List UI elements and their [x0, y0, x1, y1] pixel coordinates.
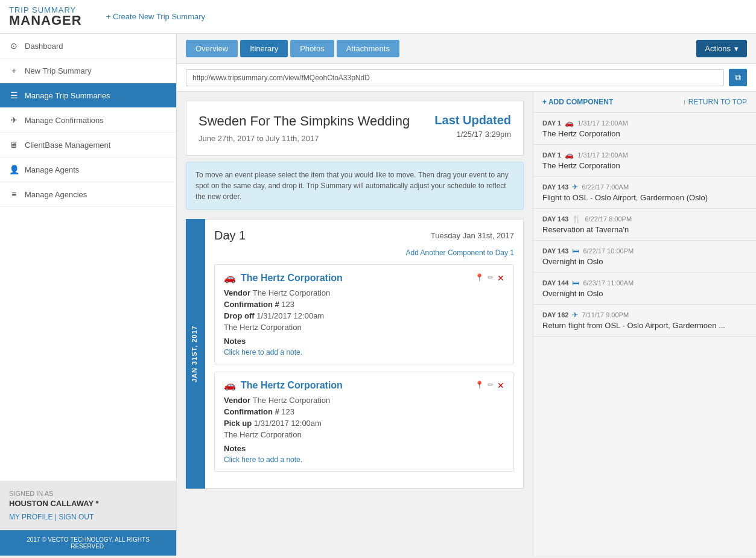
right-panel: + ADD COMPONENT ↑ RETURN TO TOP DAY 1 🚗 … — [533, 92, 756, 556]
component-title-row: 🚗 The Hertz Corporation 📍 ✏ ✕ — [224, 379, 504, 391]
component-card: 🚗 The Hertz Corporation 📍 ✏ ✕ Vendor The… — [214, 264, 514, 364]
last-updated-date: 1/25/17 3:29pm — [434, 130, 511, 139]
timeline-item[interactable]: DAY 143 ✈ 6/22/17 7:00AM Flight to OSL -… — [533, 177, 756, 209]
sign-out-link[interactable]: SIGN OUT — [59, 513, 94, 521]
add-component-button[interactable]: + ADD COMPONENT — [542, 98, 613, 106]
edit-icon[interactable]: ✏ — [488, 273, 494, 283]
tab-photos[interactable]: Photos — [290, 40, 334, 57]
car-icon: 🚗 — [224, 272, 236, 284]
trip-dates: June 27th, 2017 to July 11th, 2017 — [199, 134, 410, 143]
action-date: 1/31/2017 12:00am — [256, 311, 324, 320]
timeline-items: DAY 1 🚗 1/31/17 12:00AM The Hertz Corpor… — [533, 113, 756, 337]
add-component-day-link[interactable]: Add Another Component to Day 1 — [214, 249, 514, 257]
my-profile-link[interactable]: MY PROFILE — [9, 513, 52, 521]
timeline-item[interactable]: DAY 162 ✈ 7/11/17 9:00PM Return flight f… — [533, 305, 756, 337]
action-label: Drop off — [224, 311, 256, 320]
sidebar-item-dashboard[interactable]: ⊙ Dashboard — [0, 34, 176, 59]
right-panel-header: + ADD COMPONENT ↑ RETURN TO TOP — [533, 92, 756, 113]
trip-info: Sweden For The Simpkins Wedding June 27t… — [199, 113, 410, 143]
timeline-time: 6/22/17 10:00PM — [583, 247, 634, 255]
header: TRIP SUMMARY MANAGER + Create New Trip S… — [0, 0, 756, 34]
signed-in-name: HOUSTON CALLAWAY * — [9, 499, 167, 508]
tab-overview[interactable]: Overview — [186, 40, 238, 57]
sidebar-icon-manage-agencies: ≡ — [9, 189, 19, 199]
content-area: Sweden For The Simpkins Wedding June 27t… — [177, 92, 756, 556]
vendor-label: Vendor — [224, 288, 253, 297]
return-to-top-button[interactable]: ↑ RETURN TO TOP — [683, 98, 747, 106]
timeline-icon: 🛏 — [572, 279, 579, 287]
signed-in-label: SIGNED IN AS — [9, 490, 167, 497]
sidebar-item-clientbase-management[interactable]: 🖥 ClientBase Management — [0, 133, 176, 157]
sidebar-item-manage-agents[interactable]: 👤 Manage Agents — [0, 157, 176, 182]
actions-arrow: ▾ — [734, 44, 739, 53]
sidebar-item-manage-trip-summaries[interactable]: ☰ Manage Trip Summaries — [0, 83, 176, 108]
timeline-time: 1/31/17 12:00AM — [577, 119, 628, 127]
timeline-day: DAY 1 — [542, 151, 561, 159]
timeline-item-title: The Hertz Corporation — [542, 129, 747, 138]
tab-itinerary[interactable]: Itinerary — [240, 40, 288, 57]
actions-button[interactable]: Actions ▾ — [696, 40, 747, 57]
actions-label: Actions — [705, 44, 731, 53]
vendor-value: The Hertz Corporation — [253, 288, 331, 297]
trip-content: Sweden For The Simpkins Wedding June 27t… — [177, 92, 533, 556]
confirmation-label: Confirmation # — [224, 407, 281, 416]
timeline-item-header: DAY 143 ✈ 6/22/17 7:00AM — [542, 183, 747, 191]
sidebar-icon-new-trip-summary: + — [9, 66, 19, 75]
confirmation-value: 123 — [281, 300, 294, 309]
timeline-item-header: DAY 162 ✈ 7/11/17 9:00PM — [542, 311, 747, 319]
location-value: The Hertz Corporation — [224, 430, 302, 439]
timeline-item[interactable]: DAY 143 🛏 6/22/17 10:00PM Overnight in O… — [533, 241, 756, 273]
sidebar-icon-dashboard: ⊙ — [9, 41, 19, 51]
timeline-item[interactable]: DAY 1 🚗 1/31/17 12:00AM The Hertz Corpor… — [533, 145, 756, 177]
timeline-item[interactable]: DAY 143 🍴 6/22/17 8:00PM Reservation at … — [533, 209, 756, 241]
action-date: 1/31/2017 12:00am — [254, 419, 322, 428]
sidebar-icon-manage-agents: 👤 — [9, 165, 19, 174]
timeline-item-header: DAY 143 🍴 6/22/17 8:00PM — [542, 215, 747, 223]
toolbar-tabs: OverviewItineraryPhotosAttachments — [186, 40, 399, 57]
location-icon[interactable]: 📍 — [475, 381, 484, 390]
timeline-item-title: Return flight from OSL - Oslo Airport, G… — [542, 321, 747, 330]
confirmation-label: Confirmation # — [224, 300, 281, 309]
timeline-item-title: Flight to OSL - Oslo Airport, Gardermoen… — [542, 193, 747, 202]
add-note-link[interactable]: Click here to add a note. — [224, 455, 504, 464]
location-icon[interactable]: 📍 — [475, 273, 484, 283]
main: OverviewItineraryPhotosAttachments Actio… — [177, 34, 756, 556]
sidebar-item-new-trip-summary[interactable]: + New Trip Summary — [0, 59, 176, 83]
last-updated-label: Last Updated — [434, 113, 511, 127]
sidebar: ⊙ Dashboard + New Trip Summary ☰ Manage … — [0, 34, 177, 556]
tab-attachments[interactable]: Attachments — [337, 40, 399, 57]
sidebar-label-clientbase-management: ClientBase Management — [25, 141, 110, 150]
sidebar-label-manage-trip-summaries: Manage Trip Summaries — [25, 91, 110, 100]
url-bar: ⧉ — [177, 64, 756, 92]
timeline-item-title: Overnight in Oslo — [542, 257, 747, 266]
url-input[interactable] — [186, 69, 724, 86]
timeline-icon: 🍴 — [572, 215, 581, 223]
info-box: To move an event please select the item … — [186, 162, 524, 210]
days-container: JAN 31ST, 2017 Day 1 Tuesday Jan 31st, 2… — [186, 219, 524, 489]
day-content: Day 1 Tuesday Jan 31st, 2017 Add Another… — [205, 219, 524, 489]
timeline-item[interactable]: DAY 144 🛏 6/23/17 11:00AM Overnight in O… — [533, 273, 756, 305]
delete-icon[interactable]: ✕ — [497, 273, 504, 283]
sidebar-icon-manage-confirmations: ✈ — [9, 115, 19, 125]
location-row: The Hertz Corporation — [224, 323, 504, 332]
component-name: The Hertz Corporation — [241, 380, 343, 391]
vendor-label: Vendor — [224, 396, 253, 405]
profile-links: MY PROFILE | SIGN OUT — [9, 513, 167, 521]
confirmation-row: Confirmation # 123 — [224, 407, 504, 416]
delete-icon[interactable]: ✕ — [497, 381, 504, 390]
timeline-item-header: DAY 1 🚗 1/31/17 12:00AM — [542, 151, 747, 159]
component-card: 🚗 The Hertz Corporation 📍 ✏ ✕ Vendor The… — [214, 372, 514, 472]
timeline-item[interactable]: DAY 1 🚗 1/31/17 12:00AM The Hertz Corpor… — [533, 113, 756, 145]
timeline-icon: ✈ — [572, 183, 578, 191]
sidebar-item-manage-confirmations[interactable]: ✈ Manage Confirmations — [0, 108, 176, 133]
confirmation-value: 123 — [281, 407, 294, 416]
timeline-item-header: DAY 144 🛏 6/23/17 11:00AM — [542, 279, 747, 287]
edit-icon[interactable]: ✏ — [488, 381, 494, 390]
add-note-link[interactable]: Click here to add a note. — [224, 348, 504, 357]
sidebar-bottom: SIGNED IN AS HOUSTON CALLAWAY * MY PROFI… — [0, 481, 176, 530]
create-trip-link[interactable]: + Create New Trip Summary — [106, 12, 205, 21]
copy-button[interactable]: ⧉ — [729, 69, 747, 86]
sidebar-item-manage-agencies[interactable]: ≡ Manage Agencies — [0, 182, 176, 207]
vendor-row: Vendor The Hertz Corporation — [224, 288, 504, 297]
sidebar-icon-clientbase-management: 🖥 — [9, 140, 19, 150]
